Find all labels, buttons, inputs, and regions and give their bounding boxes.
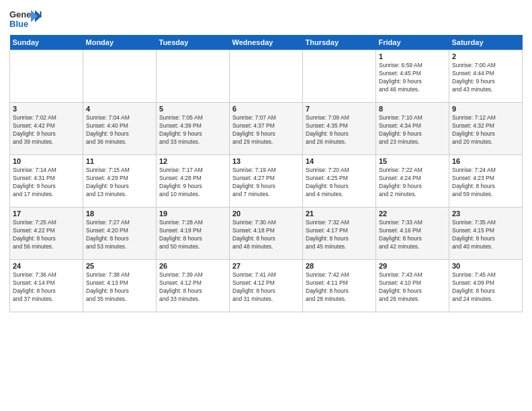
day-number: 23 bbox=[452, 210, 519, 218]
day-info: Sunrise: 7:05 AM Sunset: 4:39 PM Dayligh… bbox=[159, 114, 226, 146]
day-info: Sunrise: 7:10 AM Sunset: 4:34 PM Dayligh… bbox=[379, 114, 446, 146]
day-info: Sunrise: 7:15 AM Sunset: 4:29 PM Dayligh… bbox=[86, 167, 153, 199]
day-number: 29 bbox=[379, 262, 446, 270]
day-number: 17 bbox=[13, 210, 80, 218]
day-number: 18 bbox=[86, 210, 153, 218]
calendar-cell: 9Sunrise: 7:12 AM Sunset: 4:32 PM Daylig… bbox=[449, 103, 523, 155]
calendar-cell: 8Sunrise: 7:10 AM Sunset: 4:34 PM Daylig… bbox=[376, 103, 449, 155]
day-info: Sunrise: 7:27 AM Sunset: 4:20 PM Dayligh… bbox=[86, 219, 153, 251]
weekday-header-wednesday: Wednesday bbox=[230, 35, 303, 50]
day-info: Sunrise: 7:09 AM Sunset: 4:35 PM Dayligh… bbox=[306, 114, 373, 146]
week-row-5: 24Sunrise: 7:36 AM Sunset: 4:14 PM Dayli… bbox=[10, 260, 523, 312]
day-info: Sunrise: 7:04 AM Sunset: 4:40 PM Dayligh… bbox=[86, 114, 153, 146]
header: General Blue bbox=[9, 7, 523, 31]
day-number: 6 bbox=[232, 105, 300, 113]
day-info: Sunrise: 7:14 AM Sunset: 4:31 PM Dayligh… bbox=[13, 167, 80, 199]
day-number: 4 bbox=[86, 105, 153, 113]
day-info: Sunrise: 7:02 AM Sunset: 4:42 PM Dayligh… bbox=[13, 114, 80, 146]
page: General Blue SundayMondayTuesdayWednesda… bbox=[0, 0, 532, 411]
day-info: Sunrise: 7:33 AM Sunset: 4:16 PM Dayligh… bbox=[379, 219, 446, 251]
weekday-header-thursday: Thursday bbox=[303, 35, 376, 50]
calendar-cell: 13Sunrise: 7:19 AM Sunset: 4:27 PM Dayli… bbox=[230, 155, 303, 208]
calendar-cell: 1Sunrise: 6:59 AM Sunset: 4:45 PM Daylig… bbox=[376, 50, 449, 103]
day-info: Sunrise: 7:35 AM Sunset: 4:15 PM Dayligh… bbox=[452, 219, 519, 251]
calendar-cell: 17Sunrise: 7:25 AM Sunset: 4:22 PM Dayli… bbox=[10, 208, 83, 260]
day-info: Sunrise: 7:12 AM Sunset: 4:32 PM Dayligh… bbox=[452, 114, 519, 146]
day-info: Sunrise: 7:38 AM Sunset: 4:13 PM Dayligh… bbox=[86, 271, 153, 304]
day-info: Sunrise: 7:45 AM Sunset: 4:09 PM Dayligh… bbox=[452, 271, 519, 304]
day-number: 15 bbox=[379, 157, 446, 165]
weekday-header-friday: Friday bbox=[376, 35, 449, 50]
day-number: 25 bbox=[86, 262, 153, 270]
calendar-cell bbox=[230, 50, 303, 103]
logo: General Blue bbox=[9, 7, 42, 31]
day-number: 11 bbox=[86, 157, 153, 165]
day-number: 19 bbox=[159, 210, 226, 218]
svg-text:Blue: Blue bbox=[9, 19, 28, 29]
day-number: 5 bbox=[159, 105, 226, 113]
day-info: Sunrise: 7:20 AM Sunset: 4:25 PM Dayligh… bbox=[306, 167, 373, 199]
day-number: 13 bbox=[232, 157, 300, 165]
day-info: Sunrise: 6:59 AM Sunset: 4:45 PM Dayligh… bbox=[379, 62, 446, 94]
calendar-cell: 16Sunrise: 7:24 AM Sunset: 4:23 PM Dayli… bbox=[449, 155, 523, 208]
day-number: 8 bbox=[379, 105, 446, 113]
day-number: 9 bbox=[452, 105, 519, 113]
calendar-cell: 14Sunrise: 7:20 AM Sunset: 4:25 PM Dayli… bbox=[303, 155, 376, 208]
calendar-cell: 29Sunrise: 7:43 AM Sunset: 4:10 PM Dayli… bbox=[376, 260, 449, 312]
day-info: Sunrise: 7:19 AM Sunset: 4:27 PM Dayligh… bbox=[232, 167, 300, 199]
day-info: Sunrise: 7:30 AM Sunset: 4:18 PM Dayligh… bbox=[232, 219, 300, 251]
day-info: Sunrise: 7:41 AM Sunset: 4:12 PM Dayligh… bbox=[232, 271, 300, 304]
day-number: 22 bbox=[379, 210, 446, 218]
day-number: 1 bbox=[379, 52, 446, 60]
calendar-cell: 12Sunrise: 7:17 AM Sunset: 4:28 PM Dayli… bbox=[157, 155, 230, 208]
day-number: 2 bbox=[452, 52, 519, 60]
day-info: Sunrise: 7:22 AM Sunset: 4:24 PM Dayligh… bbox=[379, 167, 446, 199]
weekday-header-sunday: Sunday bbox=[10, 35, 83, 50]
day-info: Sunrise: 7:25 AM Sunset: 4:22 PM Dayligh… bbox=[13, 219, 80, 251]
calendar-cell: 26Sunrise: 7:39 AM Sunset: 4:12 PM Dayli… bbox=[157, 260, 230, 312]
day-info: Sunrise: 7:42 AM Sunset: 4:11 PM Dayligh… bbox=[306, 271, 373, 304]
calendar-cell bbox=[10, 50, 83, 103]
calendar-cell bbox=[157, 50, 230, 103]
week-row-1: 1Sunrise: 6:59 AM Sunset: 4:45 PM Daylig… bbox=[10, 50, 523, 103]
calendar-cell: 25Sunrise: 7:38 AM Sunset: 4:13 PM Dayli… bbox=[83, 260, 157, 312]
day-number: 30 bbox=[452, 262, 519, 270]
day-number: 26 bbox=[159, 262, 226, 270]
calendar-cell: 2Sunrise: 7:00 AM Sunset: 4:44 PM Daylig… bbox=[449, 50, 523, 103]
day-number: 7 bbox=[306, 105, 373, 113]
day-number: 14 bbox=[306, 157, 373, 165]
calendar-cell: 28Sunrise: 7:42 AM Sunset: 4:11 PM Dayli… bbox=[303, 260, 376, 312]
day-number: 16 bbox=[452, 157, 519, 165]
day-info: Sunrise: 7:39 AM Sunset: 4:12 PM Dayligh… bbox=[159, 271, 226, 304]
day-number: 3 bbox=[13, 105, 80, 113]
calendar-cell: 19Sunrise: 7:28 AM Sunset: 4:19 PM Dayli… bbox=[157, 208, 230, 260]
calendar-cell: 10Sunrise: 7:14 AM Sunset: 4:31 PM Dayli… bbox=[10, 155, 83, 208]
day-number: 28 bbox=[306, 262, 373, 270]
day-number: 27 bbox=[232, 262, 300, 270]
calendar-cell: 21Sunrise: 7:32 AM Sunset: 4:17 PM Dayli… bbox=[303, 208, 376, 260]
calendar-cell: 5Sunrise: 7:05 AM Sunset: 4:39 PM Daylig… bbox=[157, 103, 230, 155]
week-row-4: 17Sunrise: 7:25 AM Sunset: 4:22 PM Dayli… bbox=[10, 208, 523, 260]
calendar-cell bbox=[303, 50, 376, 103]
calendar-cell: 24Sunrise: 7:36 AM Sunset: 4:14 PM Dayli… bbox=[10, 260, 83, 312]
calendar-cell bbox=[83, 50, 157, 103]
day-info: Sunrise: 7:24 AM Sunset: 4:23 PM Dayligh… bbox=[452, 167, 519, 199]
weekday-header-row: SundayMondayTuesdayWednesdayThursdayFrid… bbox=[10, 35, 523, 50]
day-number: 20 bbox=[232, 210, 300, 218]
calendar-cell: 22Sunrise: 7:33 AM Sunset: 4:16 PM Dayli… bbox=[376, 208, 449, 260]
day-info: Sunrise: 7:43 AM Sunset: 4:10 PM Dayligh… bbox=[379, 271, 446, 304]
day-info: Sunrise: 7:17 AM Sunset: 4:28 PM Dayligh… bbox=[159, 167, 226, 199]
calendar-cell: 7Sunrise: 7:09 AM Sunset: 4:35 PM Daylig… bbox=[303, 103, 376, 155]
week-row-3: 10Sunrise: 7:14 AM Sunset: 4:31 PM Dayli… bbox=[10, 155, 523, 208]
calendar-cell: 15Sunrise: 7:22 AM Sunset: 4:24 PM Dayli… bbox=[376, 155, 449, 208]
calendar-cell: 3Sunrise: 7:02 AM Sunset: 4:42 PM Daylig… bbox=[10, 103, 83, 155]
day-number: 24 bbox=[13, 262, 80, 270]
calendar-cell: 4Sunrise: 7:04 AM Sunset: 4:40 PM Daylig… bbox=[83, 103, 157, 155]
calendar-cell: 18Sunrise: 7:27 AM Sunset: 4:20 PM Dayli… bbox=[83, 208, 157, 260]
day-info: Sunrise: 7:28 AM Sunset: 4:19 PM Dayligh… bbox=[159, 219, 226, 251]
logo-icon: General Blue bbox=[9, 7, 42, 31]
calendar-cell: 11Sunrise: 7:15 AM Sunset: 4:29 PM Dayli… bbox=[83, 155, 157, 208]
calendar-cell: 27Sunrise: 7:41 AM Sunset: 4:12 PM Dayli… bbox=[230, 260, 303, 312]
week-row-2: 3Sunrise: 7:02 AM Sunset: 4:42 PM Daylig… bbox=[10, 103, 523, 155]
calendar-table: SundayMondayTuesdayWednesdayThursdayFrid… bbox=[9, 35, 523, 312]
